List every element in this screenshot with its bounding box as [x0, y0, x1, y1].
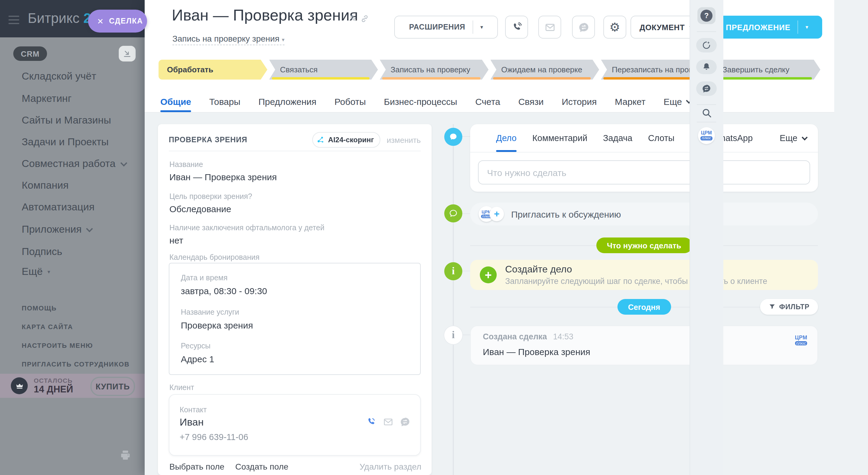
stage-process[interactable]: Обработать: [158, 60, 267, 80]
edit-pencil-icon[interactable]: ✎: [350, 13, 357, 24]
select-field-link[interactable]: Выбрать поле: [169, 462, 224, 471]
close-icon[interactable]: ✕: [97, 17, 104, 26]
stage-close-deal[interactable]: Завершить сделку: [712, 60, 820, 80]
tab-invoices[interactable]: Счета: [475, 90, 500, 112]
copilot-button[interactable]: [696, 38, 717, 53]
activity-tab-bar: Дело Комментарий Задача Слоты СМС/WhatsA…: [496, 124, 806, 152]
funnel-icon: [768, 303, 775, 311]
activity-tab-todo[interactable]: Дело: [496, 124, 517, 152]
sidebar-item-sign[interactable]: Подпись: [22, 246, 62, 258]
sidebar-item-apps[interactable]: Приложения: [22, 224, 91, 236]
stage-contact[interactable]: Связаться: [269, 60, 378, 80]
phone-icon: [511, 22, 522, 33]
tab-general[interactable]: Общие: [160, 90, 191, 112]
notifications-button[interactable]: [696, 60, 717, 74]
caret-down-icon: ▾: [282, 37, 284, 43]
sidebar-item-sites[interactable]: Сайты и Магазины: [22, 115, 111, 127]
todo-pill[interactable]: Что нужно сделать: [596, 238, 692, 253]
field-value-conclusion[interactable]: нет: [169, 235, 183, 245]
help-button[interactable]: ?: [698, 7, 715, 24]
settings-button[interactable]: ⚙: [603, 16, 626, 39]
copilot-icon: [702, 40, 711, 50]
tab-robots[interactable]: Роботы: [335, 90, 366, 112]
sidebar-link-help[interactable]: ПОМОЩЬ: [22, 305, 57, 313]
hint-title: Создайте дело: [505, 264, 572, 275]
phone-icon[interactable]: [366, 416, 377, 428]
proposal-button[interactable]: ПРЕДЛОЖЕНИЕ▾: [712, 16, 822, 39]
sidebar-item-more[interactable]: Ещё▾: [22, 266, 50, 278]
tab-links[interactable]: Связи: [518, 90, 544, 112]
tab-quotes[interactable]: Предложения: [258, 90, 316, 112]
sidebar-item-company[interactable]: Компания: [22, 180, 69, 192]
today-pill[interactable]: Сегодня: [617, 299, 671, 315]
info-icon: i: [444, 262, 462, 280]
contact-name[interactable]: Иван: [180, 416, 204, 429]
sidebar-item-collaboration[interactable]: Совместная работа: [22, 158, 125, 170]
crm-badge[interactable]: CRM: [13, 46, 47, 61]
entry-time: 14:53: [553, 332, 574, 341]
tab-workflows[interactable]: Бизнес-процессы: [384, 90, 457, 112]
mail-icon[interactable]: [383, 416, 394, 428]
timeline-entry-deal-created[interactable]: Создана сделка 14:53 Иван — Проверка зре…: [470, 325, 818, 365]
buy-button[interactable]: КУПИТЬ: [90, 377, 135, 396]
create-field-link[interactable]: Создать поле: [236, 462, 288, 471]
todo-input[interactable]: [478, 160, 810, 185]
activity-tab-slots[interactable]: Слоты: [648, 124, 675, 152]
email-button[interactable]: [538, 16, 561, 39]
tab-history[interactable]: История: [562, 90, 597, 112]
extensions-button[interactable]: РАСШИРЕНИЯ▾: [394, 16, 498, 39]
tab-products[interactable]: Товары: [209, 90, 240, 112]
delete-section-link[interactable]: Удалить раздел: [360, 462, 421, 471]
sidebar-item-tasks[interactable]: Задачи и Проекты: [22, 136, 108, 148]
ai-scoring-badge[interactable]: AI24-скоринг: [313, 132, 381, 148]
filter-button[interactable]: ФИЛЬТР: [760, 299, 818, 315]
tab-more[interactable]: Еще: [664, 90, 690, 112]
help-icon: ?: [701, 10, 712, 22]
bell-icon: [702, 62, 711, 72]
sidebar-item-marketing[interactable]: Маркетинг: [22, 93, 71, 105]
bitrix24-deal-page: Битрикс 24 CRM Складской учёт Маркетинг …: [0, 0, 868, 475]
edit-section-link[interactable]: изменить: [387, 135, 421, 145]
today-row: Сегодня ФИЛЬТР: [470, 299, 818, 315]
call-button[interactable]: [505, 16, 528, 39]
activity-tab-more[interactable]: Еще: [780, 124, 806, 152]
add-participant-icon[interactable]: +: [490, 207, 504, 221]
chat-exchange-icon[interactable]: [400, 416, 410, 428]
collapse-sidebar-button[interactable]: [119, 46, 135, 62]
sidebar-link-invite-employees[interactable]: ПРИГЛАСИТЬ СОТРУДНИКОВ: [22, 360, 130, 369]
messenger-button[interactable]: [696, 82, 717, 96]
sidebar-item-automation[interactable]: Автоматизация: [22, 201, 95, 213]
booking-resource[interactable]: Адрес 1: [181, 354, 214, 364]
info-icon: i: [444, 326, 462, 344]
sidebar-link-configure-menu[interactable]: НАСТРОИТЬ МЕНЮ: [22, 342, 93, 350]
activity-tab-comment[interactable]: Комментарий: [532, 124, 587, 152]
stage-awaiting-checkup[interactable]: Ожидаем на проверке: [490, 60, 599, 80]
entry-title: Создана сделка: [483, 332, 547, 341]
booking-service[interactable]: Проверка зрения: [181, 320, 253, 330]
field-value-goal[interactable]: Обследование: [169, 204, 231, 214]
field-value-name[interactable]: Иван — Проверка зрения: [169, 172, 277, 182]
invite-to-discussion[interactable]: ЦРМплюс + Пригласить к обсуждению: [470, 202, 818, 225]
chat-exchange-icon: [578, 22, 589, 33]
booking-datetime[interactable]: завтра, 08:30 - 09:30: [181, 286, 267, 296]
booking-section-label: Календарь бронирования: [169, 253, 259, 262]
booking-calendar-box: Дата и время завтра, 08:30 - 09:30 Назва…: [169, 263, 421, 375]
create-activity-hint-card[interactable]: + Создайте дело Запланируйте следующий ш…: [470, 260, 818, 290]
activity-tab-task[interactable]: Задача: [603, 124, 632, 152]
tab-market[interactable]: Маркет: [615, 90, 646, 112]
entry-text[interactable]: Иван — Проверка зрения: [483, 347, 590, 357]
copy-link-icon[interactable]: [361, 14, 369, 25]
chat-button[interactable]: [572, 16, 595, 39]
chevron-down-icon: [802, 134, 808, 140]
search-button[interactable]: [698, 107, 715, 119]
deal-funnel-selector[interactable]: Запись на проверку зрения▾: [173, 34, 284, 45]
crm-plus-rail-logo[interactable]: ЦРМплюс: [698, 127, 715, 144]
hamburger-menu-icon[interactable]: [8, 16, 19, 24]
contact-phone[interactable]: +7 996 639-11-06: [180, 432, 248, 442]
sidebar-link-sitemap[interactable]: КАРТА САЙТА: [22, 323, 73, 331]
printer-icon[interactable]: [119, 449, 131, 464]
sidebar-item-inventory[interactable]: Складской учёт: [22, 70, 96, 83]
add-activity-icon[interactable]: +: [480, 266, 497, 283]
client-section-label: Клиент: [169, 383, 194, 392]
stage-book-checkup[interactable]: Записать на проверку: [380, 60, 489, 80]
